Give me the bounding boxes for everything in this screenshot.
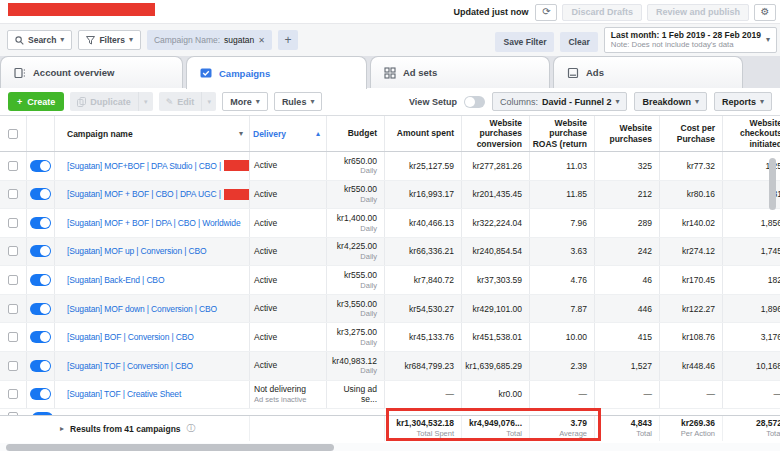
- column-header-website-purchases[interactable]: Website purchases: [595, 116, 660, 151]
- campaign-name-link[interactable]: [Sugatan] MOF up | Conversion | CBO: [55, 238, 250, 266]
- column-header-budget[interactable]: Budget: [327, 116, 385, 151]
- table-row: [Sugatan] MOF+BOF | DPA Studio | CBO | A…: [0, 152, 780, 181]
- purchases-conversion-cell: kr0.00: [462, 381, 530, 409]
- budget-cell: kr550.00 Daily: [327, 181, 385, 209]
- filter-chip-value: sugatan: [224, 35, 254, 45]
- duplicate-button[interactable]: Duplicate: [70, 92, 138, 111]
- create-button[interactable]: + Create: [8, 92, 64, 111]
- checkouts-initiated-cell: —: [723, 381, 780, 409]
- campaign-active-toggle[interactable]: [30, 245, 51, 257]
- discard-drafts-button[interactable]: Discard Drafts: [562, 4, 642, 21]
- row-checkbox[interactable]: [8, 246, 18, 256]
- tab-ads[interactable]: Ads: [553, 56, 743, 88]
- results-summary[interactable]: ▸ Results from 41 campaigns ⓘ: [0, 416, 250, 441]
- tab-campaigns[interactable]: Campaigns: [186, 56, 367, 89]
- campaign-name-link[interactable]: [Sugatan] BOF | Conversion | CBO: [55, 323, 250, 351]
- create-label: Create: [27, 97, 55, 107]
- row-checkbox[interactable]: [8, 389, 18, 399]
- columns-button[interactable]: Columns: David - Funnel 2 ▾: [492, 92, 628, 111]
- row-checkbox[interactable]: [8, 304, 18, 314]
- purchases-conversion-cell: kr37,303.59: [462, 266, 530, 294]
- purchase-roas-cell: 7.96: [530, 209, 595, 237]
- row-checkbox[interactable]: [8, 189, 18, 199]
- website-purchases-cell: 212: [595, 181, 660, 209]
- column-header-campaign-name[interactable]: Campaign name ▾: [55, 116, 250, 151]
- website-purchases-cell: 46: [595, 266, 660, 294]
- refresh-button[interactable]: ⟳: [535, 4, 557, 21]
- edit-button-group: ✎ Edit ▾: [159, 92, 217, 111]
- purchases-conversion-cell: kr240,854.54: [462, 238, 530, 266]
- gear-icon: ⚙: [761, 7, 770, 17]
- duplicate-dropdown-button[interactable]: ▾: [138, 92, 153, 111]
- delivery-status: Not delivering Ad sets inactive: [250, 381, 327, 409]
- column-header-delivery[interactable]: Delivery ▴: [250, 116, 327, 151]
- edit-dropdown-button[interactable]: ▾: [201, 92, 216, 111]
- campaign-name-link[interactable]: [Sugatan] MOF down | Conversion | CBO: [55, 295, 250, 323]
- add-filter-button[interactable]: +: [278, 30, 298, 50]
- rules-button[interactable]: Rules ▾: [274, 92, 323, 111]
- campaign-active-toggle[interactable]: [30, 160, 51, 172]
- edit-button[interactable]: ✎ Edit: [159, 92, 202, 111]
- column-header-cost-per-purchase[interactable]: Cost per Purchase: [660, 116, 723, 151]
- checkouts-initiated-cell: 10,168: [723, 352, 780, 380]
- cost-per-purchase-cell: kr140.02: [660, 209, 723, 237]
- horizontal-scrollbar: [0, 443, 780, 451]
- select-all-checkbox[interactable]: [8, 129, 18, 139]
- close-icon[interactable]: ✕: [258, 36, 265, 45]
- info-icon: ⓘ: [187, 422, 196, 435]
- reports-button[interactable]: Reports ▾: [714, 92, 772, 111]
- review-publish-button[interactable]: Review and publish: [647, 4, 749, 21]
- cost-per-purchase-cell: kr170.45: [660, 266, 723, 294]
- campaign-active-toggle[interactable]: [30, 360, 51, 372]
- campaign-name-link[interactable]: [Sugatan] Back-End | CBO: [55, 266, 250, 294]
- tab-ad-sets[interactable]: Ad sets: [370, 56, 550, 88]
- campaign-active-toggle[interactable]: [30, 188, 51, 200]
- cost-per-purchase-cell: kr80.16: [660, 181, 723, 209]
- vertical-scrollbar-thumb[interactable]: [769, 158, 776, 210]
- tab-label: Campaigns: [219, 68, 270, 79]
- filter-chip-campaign-name[interactable]: Campaign Name: sugatan ✕: [147, 30, 272, 50]
- campaign-active-toggle[interactable]: [30, 331, 51, 343]
- reports-label: Reports: [722, 97, 756, 107]
- row-checkbox[interactable]: [8, 332, 18, 342]
- purchase-roas-cell: 10.00: [530, 323, 595, 351]
- row-checkbox[interactable]: [8, 275, 18, 285]
- table-body: [Sugatan] MOF+BOF | DPA Studio | CBO | A…: [0, 152, 780, 409]
- campaign-name-link[interactable]: [Sugatan] MOF + BOF | DPA | CBO | Worldw…: [55, 209, 250, 237]
- tab-account-overview[interactable]: Account overview: [0, 56, 183, 88]
- budget-cell: kr555.00 Daily: [327, 266, 385, 294]
- search-button[interactable]: Search ▾: [7, 30, 72, 50]
- checkouts-initiated-cell: 1,856: [723, 209, 780, 237]
- breakdown-button[interactable]: Breakdown ▾: [634, 92, 707, 111]
- campaign-active-toggle[interactable]: [30, 388, 51, 400]
- column-header-checkouts-initiated[interactable]: Website checkouts initiated: [723, 116, 780, 151]
- toggle-knob: [40, 361, 50, 371]
- column-header-purchase-roas[interactable]: Website purchase ROAS (return: [530, 116, 595, 151]
- more-button[interactable]: More ▾: [222, 92, 268, 111]
- budget-cell: kr40,983.12 Daily: [327, 352, 385, 380]
- website-purchases-cell: 325: [595, 152, 660, 180]
- date-range-selector[interactable]: Last month: 1 Feb 2019 - 28 Feb 2019 Not…: [604, 27, 777, 53]
- row-checkbox[interactable]: [8, 161, 18, 171]
- horizontal-scrollbar-thumb[interactable]: [6, 444, 334, 451]
- purchases-conversion-cell: kr201,435.45: [462, 181, 530, 209]
- row-checkbox[interactable]: [8, 218, 18, 228]
- campaign-name-link[interactable]: [Sugatan] MOF + BOF | CBO | DPA UGC |: [55, 181, 250, 209]
- clear-filter-button[interactable]: Clear: [560, 32, 597, 52]
- columns-label: Columns:: [500, 97, 538, 107]
- campaign-name-link[interactable]: [Sugatan] TOF | Creative Sheet: [55, 381, 250, 409]
- view-setup-toggle[interactable]: [464, 96, 485, 108]
- total-website-purchases: 4,843Total: [595, 416, 660, 441]
- table-row: [Sugatan] TOF | Creative Sheet Not deliv…: [0, 381, 780, 410]
- column-header-purchases-conversion[interactable]: Website purchases conversion: [462, 116, 530, 151]
- save-filter-button[interactable]: Save Filter: [495, 32, 554, 52]
- settings-button[interactable]: ⚙: [754, 4, 776, 21]
- campaign-name-link[interactable]: [Sugatan] MOF+BOF | DPA Studio | CBO |: [55, 152, 250, 180]
- campaign-active-toggle[interactable]: [30, 217, 51, 229]
- filters-button[interactable]: Filters ▾: [78, 30, 141, 50]
- row-checkbox[interactable]: [8, 361, 18, 371]
- campaign-name-link[interactable]: [Sugatan] TOF | Conversion | CBO: [55, 352, 250, 380]
- campaign-active-toggle[interactable]: [30, 303, 51, 315]
- column-header-amount-spent[interactable]: Amount spent: [385, 116, 462, 151]
- campaign-active-toggle[interactable]: [30, 274, 51, 286]
